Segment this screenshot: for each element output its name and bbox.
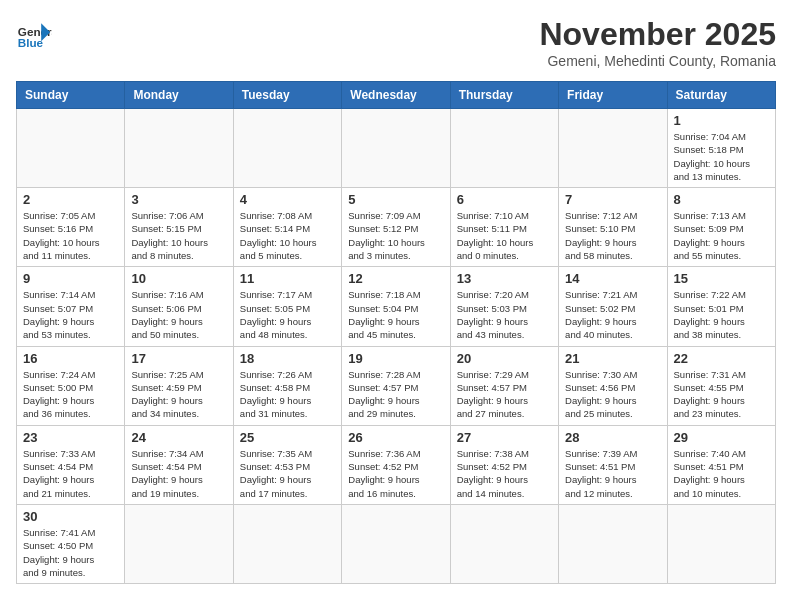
calendar-cell: 28Sunrise: 7:39 AM Sunset: 4:51 PM Dayli… — [559, 425, 667, 504]
calendar-cell: 21Sunrise: 7:30 AM Sunset: 4:56 PM Dayli… — [559, 346, 667, 425]
calendar-cell: 19Sunrise: 7:28 AM Sunset: 4:57 PM Dayli… — [342, 346, 450, 425]
weekday-header-wednesday: Wednesday — [342, 82, 450, 109]
day-info: Sunrise: 7:08 AM Sunset: 5:14 PM Dayligh… — [240, 209, 335, 262]
day-number: 18 — [240, 351, 335, 366]
weekday-header-saturday: Saturday — [667, 82, 775, 109]
day-info: Sunrise: 7:16 AM Sunset: 5:06 PM Dayligh… — [131, 288, 226, 341]
week-row-2: 2Sunrise: 7:05 AM Sunset: 5:16 PM Daylig… — [17, 188, 776, 267]
location-title: Gemeni, Mehedinti County, Romania — [539, 53, 776, 69]
calendar-cell: 8Sunrise: 7:13 AM Sunset: 5:09 PM Daylig… — [667, 188, 775, 267]
calendar-cell: 2Sunrise: 7:05 AM Sunset: 5:16 PM Daylig… — [17, 188, 125, 267]
calendar-cell: 30Sunrise: 7:41 AM Sunset: 4:50 PM Dayli… — [17, 504, 125, 583]
day-number: 12 — [348, 271, 443, 286]
day-info: Sunrise: 7:17 AM Sunset: 5:05 PM Dayligh… — [240, 288, 335, 341]
day-number: 10 — [131, 271, 226, 286]
calendar-cell: 15Sunrise: 7:22 AM Sunset: 5:01 PM Dayli… — [667, 267, 775, 346]
day-number: 17 — [131, 351, 226, 366]
day-info: Sunrise: 7:10 AM Sunset: 5:11 PM Dayligh… — [457, 209, 552, 262]
day-info: Sunrise: 7:36 AM Sunset: 4:52 PM Dayligh… — [348, 447, 443, 500]
day-number: 9 — [23, 271, 118, 286]
day-number: 8 — [674, 192, 769, 207]
day-info: Sunrise: 7:41 AM Sunset: 4:50 PM Dayligh… — [23, 526, 118, 579]
calendar-cell: 13Sunrise: 7:20 AM Sunset: 5:03 PM Dayli… — [450, 267, 558, 346]
day-info: Sunrise: 7:14 AM Sunset: 5:07 PM Dayligh… — [23, 288, 118, 341]
calendar-cell: 9Sunrise: 7:14 AM Sunset: 5:07 PM Daylig… — [17, 267, 125, 346]
day-number: 24 — [131, 430, 226, 445]
calendar-cell — [342, 504, 450, 583]
logo: General Blue — [16, 16, 52, 52]
calendar-cell: 12Sunrise: 7:18 AM Sunset: 5:04 PM Dayli… — [342, 267, 450, 346]
calendar-cell: 27Sunrise: 7:38 AM Sunset: 4:52 PM Dayli… — [450, 425, 558, 504]
weekday-header-thursday: Thursday — [450, 82, 558, 109]
day-info: Sunrise: 7:29 AM Sunset: 4:57 PM Dayligh… — [457, 368, 552, 421]
day-number: 7 — [565, 192, 660, 207]
calendar-cell: 20Sunrise: 7:29 AM Sunset: 4:57 PM Dayli… — [450, 346, 558, 425]
calendar-cell: 18Sunrise: 7:26 AM Sunset: 4:58 PM Dayli… — [233, 346, 341, 425]
week-row-3: 9Sunrise: 7:14 AM Sunset: 5:07 PM Daylig… — [17, 267, 776, 346]
week-row-5: 23Sunrise: 7:33 AM Sunset: 4:54 PM Dayli… — [17, 425, 776, 504]
day-info: Sunrise: 7:40 AM Sunset: 4:51 PM Dayligh… — [674, 447, 769, 500]
calendar-cell: 29Sunrise: 7:40 AM Sunset: 4:51 PM Dayli… — [667, 425, 775, 504]
day-number: 3 — [131, 192, 226, 207]
day-number: 27 — [457, 430, 552, 445]
day-number: 19 — [348, 351, 443, 366]
calendar-cell — [233, 109, 341, 188]
calendar-cell: 24Sunrise: 7:34 AM Sunset: 4:54 PM Dayli… — [125, 425, 233, 504]
day-number: 29 — [674, 430, 769, 445]
day-number: 26 — [348, 430, 443, 445]
calendar-cell — [233, 504, 341, 583]
calendar-cell: 4Sunrise: 7:08 AM Sunset: 5:14 PM Daylig… — [233, 188, 341, 267]
calendar-cell: 14Sunrise: 7:21 AM Sunset: 5:02 PM Dayli… — [559, 267, 667, 346]
weekday-header-sunday: Sunday — [17, 82, 125, 109]
calendar-cell: 7Sunrise: 7:12 AM Sunset: 5:10 PM Daylig… — [559, 188, 667, 267]
calendar-cell: 10Sunrise: 7:16 AM Sunset: 5:06 PM Dayli… — [125, 267, 233, 346]
day-info: Sunrise: 7:26 AM Sunset: 4:58 PM Dayligh… — [240, 368, 335, 421]
calendar-cell: 22Sunrise: 7:31 AM Sunset: 4:55 PM Dayli… — [667, 346, 775, 425]
day-info: Sunrise: 7:35 AM Sunset: 4:53 PM Dayligh… — [240, 447, 335, 500]
day-number: 20 — [457, 351, 552, 366]
calendar-cell — [125, 109, 233, 188]
day-number: 22 — [674, 351, 769, 366]
weekday-header-tuesday: Tuesday — [233, 82, 341, 109]
weekday-header-monday: Monday — [125, 82, 233, 109]
calendar-cell: 23Sunrise: 7:33 AM Sunset: 4:54 PM Dayli… — [17, 425, 125, 504]
svg-text:Blue: Blue — [18, 36, 44, 49]
day-number: 16 — [23, 351, 118, 366]
day-info: Sunrise: 7:04 AM Sunset: 5:18 PM Dayligh… — [674, 130, 769, 183]
calendar-cell: 6Sunrise: 7:10 AM Sunset: 5:11 PM Daylig… — [450, 188, 558, 267]
day-number: 25 — [240, 430, 335, 445]
calendar-cell: 1Sunrise: 7:04 AM Sunset: 5:18 PM Daylig… — [667, 109, 775, 188]
day-info: Sunrise: 7:39 AM Sunset: 4:51 PM Dayligh… — [565, 447, 660, 500]
calendar-cell — [125, 504, 233, 583]
day-number: 28 — [565, 430, 660, 445]
calendar-cell: 3Sunrise: 7:06 AM Sunset: 5:15 PM Daylig… — [125, 188, 233, 267]
week-row-1: 1Sunrise: 7:04 AM Sunset: 5:18 PM Daylig… — [17, 109, 776, 188]
week-row-6: 30Sunrise: 7:41 AM Sunset: 4:50 PM Dayli… — [17, 504, 776, 583]
calendar-cell: 5Sunrise: 7:09 AM Sunset: 5:12 PM Daylig… — [342, 188, 450, 267]
day-info: Sunrise: 7:30 AM Sunset: 4:56 PM Dayligh… — [565, 368, 660, 421]
day-info: Sunrise: 7:21 AM Sunset: 5:02 PM Dayligh… — [565, 288, 660, 341]
day-number: 11 — [240, 271, 335, 286]
day-number: 14 — [565, 271, 660, 286]
week-row-4: 16Sunrise: 7:24 AM Sunset: 5:00 PM Dayli… — [17, 346, 776, 425]
day-number: 1 — [674, 113, 769, 128]
day-info: Sunrise: 7:28 AM Sunset: 4:57 PM Dayligh… — [348, 368, 443, 421]
day-number: 4 — [240, 192, 335, 207]
day-info: Sunrise: 7:09 AM Sunset: 5:12 PM Dayligh… — [348, 209, 443, 262]
calendar-cell — [559, 504, 667, 583]
day-number: 21 — [565, 351, 660, 366]
calendar-cell: 16Sunrise: 7:24 AM Sunset: 5:00 PM Dayli… — [17, 346, 125, 425]
day-info: Sunrise: 7:13 AM Sunset: 5:09 PM Dayligh… — [674, 209, 769, 262]
calendar-cell: 25Sunrise: 7:35 AM Sunset: 4:53 PM Dayli… — [233, 425, 341, 504]
month-title: November 2025 — [539, 16, 776, 53]
weekday-header-row: SundayMondayTuesdayWednesdayThursdayFrid… — [17, 82, 776, 109]
day-info: Sunrise: 7:33 AM Sunset: 4:54 PM Dayligh… — [23, 447, 118, 500]
day-info: Sunrise: 7:12 AM Sunset: 5:10 PM Dayligh… — [565, 209, 660, 262]
calendar-cell — [342, 109, 450, 188]
day-info: Sunrise: 7:05 AM Sunset: 5:16 PM Dayligh… — [23, 209, 118, 262]
page-header: General Blue November 2025 Gemeni, Mehed… — [16, 16, 776, 69]
calendar-table: SundayMondayTuesdayWednesdayThursdayFrid… — [16, 81, 776, 584]
calendar-cell — [559, 109, 667, 188]
calendar-cell — [450, 504, 558, 583]
day-info: Sunrise: 7:20 AM Sunset: 5:03 PM Dayligh… — [457, 288, 552, 341]
